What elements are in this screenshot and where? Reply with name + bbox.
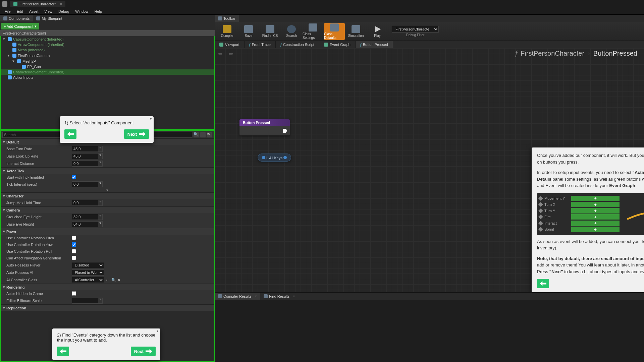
add-component-button[interactable]: + Add Component ▾ <box>1 23 39 29</box>
property-input[interactable] <box>72 298 98 303</box>
breadcrumb-current[interactable]: ButtonPressed <box>593 50 637 57</box>
property-select[interactable]: AIController <box>72 277 104 283</box>
spinner-icon[interactable]: ⇅ <box>98 161 102 166</box>
add-event-button[interactable]: + <box>571 208 620 214</box>
add-event-button[interactable]: + <box>571 221 620 226</box>
tab-compiler-results[interactable]: Compiler Results × <box>215 293 260 300</box>
node-all-keys[interactable]: L All Keys <box>258 154 291 162</box>
property-checkbox[interactable] <box>72 249 76 253</box>
nav-back-icon[interactable]: ⇦ <box>217 50 225 58</box>
node-button-pressed[interactable]: Button Pressed <box>239 119 290 135</box>
tooltip1-back-button[interactable] <box>64 129 76 139</box>
tree-item[interactable]: Mesh (Inherited) <box>1 47 214 53</box>
tree-item[interactable]: CharacterMovement (Inherited) <box>1 69 214 75</box>
category-header[interactable]: ▾Pawn <box>1 228 214 235</box>
tooltip-close-icon[interactable]: ▾ <box>157 329 158 333</box>
property-select[interactable]: Placed in World <box>72 269 104 276</box>
tree-item[interactable]: ▾FirstPersonCamera <box>1 53 214 58</box>
eye-icon[interactable]: 👁 <box>207 132 212 137</box>
breadcrumb-root[interactable]: FirstPersonCharacter <box>521 50 584 57</box>
search-icon[interactable]: 🔍 <box>194 132 199 137</box>
property-input[interactable] <box>72 222 98 227</box>
toolbar-sim-button[interactable]: Simulation <box>345 23 366 40</box>
spinner-icon[interactable]: ⇅ <box>98 200 102 205</box>
tree-item[interactable]: FP_Gun <box>1 64 214 69</box>
tooltip2-next-button[interactable]: Next <box>131 347 156 356</box>
toolbar-findcb-button[interactable]: Find in CB <box>260 23 280 40</box>
tree-item[interactable]: ▾CapsuleComponent (Inherited) <box>1 36 214 42</box>
category-header[interactable]: ▾Character <box>1 193 214 199</box>
menu-view[interactable]: View <box>42 9 55 14</box>
spinner-icon[interactable]: ⇅ <box>98 222 102 227</box>
tree-item[interactable]: ActionInputs <box>1 75 214 80</box>
tree-item[interactable]: ▾Mesh2P <box>1 58 214 64</box>
browse-icon[interactable]: ← <box>105 278 110 283</box>
title-tab[interactable]: FirstPersonCharacter* × <box>10 1 65 7</box>
property-input[interactable] <box>72 215 98 219</box>
toolbar-play-button[interactable]: Play <box>367 23 388 40</box>
pin-icon[interactable] <box>283 156 287 159</box>
tree-item[interactable]: ArrowComponent (Inherited) <box>1 42 214 47</box>
toolbar-search-button[interactable]: Search <box>281 23 302 40</box>
category-header[interactable]: ▾Rendering <box>1 284 214 290</box>
category-header[interactable]: ▾Camera <box>1 207 214 213</box>
graph-tab[interactable]: Viewport <box>215 41 245 48</box>
expand-icon[interactable]: ▾ <box>1 188 214 192</box>
debug-filter-select[interactable]: FirstPersonCharacte <box>392 26 439 33</box>
exec-pin-icon[interactable] <box>283 129 287 133</box>
menu-debug[interactable]: Debug <box>56 9 72 14</box>
property-input[interactable] <box>72 154 98 159</box>
tab-find-results[interactable]: Find Results × <box>260 293 299 300</box>
property-checkbox[interactable] <box>72 291 76 296</box>
tab-my-blueprint[interactable]: My Blueprint <box>33 15 65 21</box>
close-icon[interactable]: × <box>293 294 295 298</box>
graph-area[interactable]: ⇦ ⇨ f FirstPersonCharacter › ButtonPress… <box>215 48 644 292</box>
property-checkbox[interactable] <box>72 242 76 247</box>
spinner-icon[interactable]: ⇅ <box>98 146 102 152</box>
reset-icon[interactable]: ✕ <box>117 278 122 283</box>
tooltip1-next-button[interactable]: Next <box>124 129 149 139</box>
add-event-button[interactable]: + <box>571 202 620 207</box>
menu-file[interactable]: File <box>2 9 13 14</box>
toolbar-compile-button[interactable]: Compile <box>217 23 237 40</box>
tab-components[interactable]: Components <box>0 15 33 21</box>
search-icon[interactable]: 🔍 <box>111 278 116 283</box>
tooltip2-back-button[interactable] <box>57 347 69 356</box>
property-checkbox[interactable] <box>72 256 76 260</box>
spinner-icon[interactable]: ⇅ <box>98 154 102 159</box>
close-icon[interactable]: × <box>255 294 257 298</box>
add-event-button[interactable]: + <box>571 196 620 201</box>
toolbar-classset-button[interactable]: Class Settings <box>303 23 323 40</box>
close-icon[interactable]: × <box>60 2 62 6</box>
graph-tab[interactable]: fFront Trace <box>245 41 276 48</box>
menu-edit[interactable]: Edit <box>14 9 26 14</box>
category-header[interactable]: ▾Actor Tick <box>1 168 214 174</box>
add-event-button[interactable]: + <box>571 227 620 232</box>
toolbar-save-button[interactable]: Save <box>238 23 259 40</box>
property-input[interactable] <box>72 161 98 166</box>
add-event-button[interactable]: + <box>571 214 620 220</box>
nav-forward-icon[interactable]: ⇨ <box>229 50 236 58</box>
menu-asset[interactable]: Asset <box>26 9 41 14</box>
graph-tab[interactable]: fButton Pressed <box>356 41 393 48</box>
property-checkbox[interactable] <box>72 236 76 240</box>
property-input[interactable] <box>72 200 98 205</box>
tooltip-close-icon[interactable]: ▾ <box>150 117 152 121</box>
spinner-icon[interactable]: ⇅ <box>98 182 102 187</box>
grid-view-icon[interactable] <box>200 132 206 137</box>
graph-tab[interactable]: Event Graph <box>319 41 356 48</box>
property-select[interactable]: Disabled <box>72 262 104 268</box>
graph-tab[interactable]: fConstruction Script <box>276 41 319 48</box>
property-input[interactable] <box>72 146 98 151</box>
property-checkbox[interactable] <box>72 175 76 179</box>
property-input[interactable] <box>72 182 98 187</box>
tab-toolbar[interactable]: Toolbar <box>215 15 239 22</box>
menu-window[interactable]: Window <box>72 9 91 14</box>
category-header[interactable]: ▾Replication <box>1 305 214 311</box>
pin-icon[interactable] <box>262 156 265 159</box>
tutorial-back-button[interactable] <box>537 279 549 288</box>
menu-help[interactable]: Help <box>92 9 105 14</box>
spinner-icon[interactable]: ⇅ <box>98 298 102 303</box>
toolbar-classdef-button[interactable]: Class Defaults <box>324 23 345 40</box>
spinner-icon[interactable]: ⇅ <box>98 214 102 220</box>
